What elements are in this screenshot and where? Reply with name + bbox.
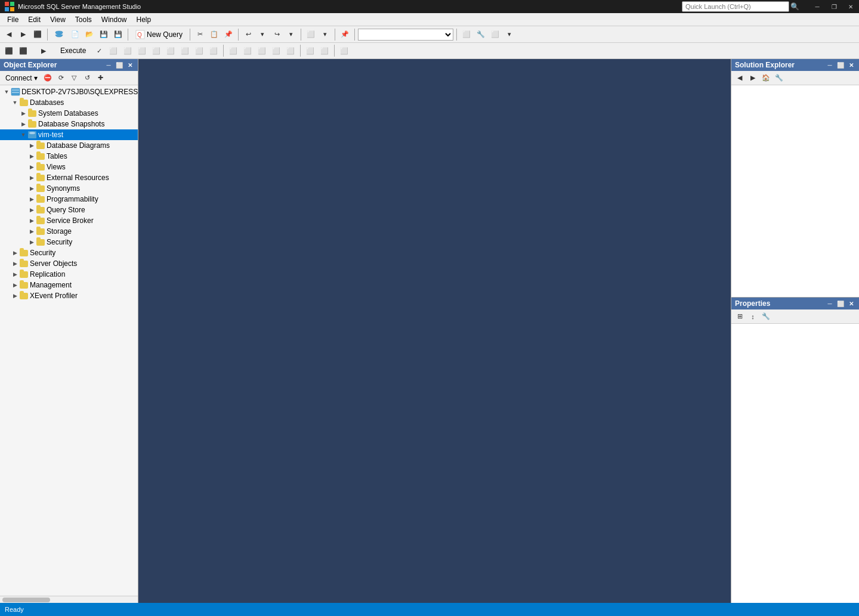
object-explorer-tree[interactable]: ▼ DESKTOP-2V7SJB0\SQLEXPRESS (SQL S ▼ Da… [0, 85, 138, 596]
se-forward-btn[interactable]: ▶ [747, 72, 759, 84]
tables-node[interactable]: ▶ Tables [0, 151, 138, 162]
system-db-expand-icon[interactable]: ▶ [19, 109, 27, 117]
db-diagrams-node[interactable]: ▶ Database Diagrams [0, 140, 138, 151]
db-snapshots-node[interactable]: ▶ Database Snapshots [0, 119, 138, 129]
props-pin-button[interactable]: ─ [826, 299, 834, 308]
open-file-btn[interactable]: 📂 [83, 28, 96, 41]
copy-btn[interactable]: 📋 [208, 28, 221, 41]
db-diagrams-expand-icon[interactable]: ▶ [27, 141, 36, 150]
tb2-btn7[interactable]: ⬜ [121, 44, 134, 57]
template-drop-btn[interactable]: ▾ [503, 28, 516, 41]
new-query-button[interactable]: Q New Query [131, 28, 187, 41]
cut-btn[interactable]: ✂ [193, 28, 206, 41]
redo-drop-btn[interactable]: ▾ [285, 28, 298, 41]
prog-expand-icon[interactable]: ▶ [27, 195, 36, 203]
se-back-btn[interactable]: ◀ [734, 72, 746, 84]
oe-new-btn[interactable]: ✚ [94, 72, 106, 84]
undo-drop-btn[interactable]: ▾ [256, 28, 269, 41]
db-snapshots-expand-icon[interactable]: ▶ [19, 120, 27, 128]
tb2-btn6[interactable]: ⬜ [107, 44, 120, 57]
tables-expand-icon[interactable]: ▶ [27, 152, 36, 160]
xevent-profiler-node[interactable]: ▶ XEvent Profiler [0, 290, 138, 301]
databases-expand-icon[interactable]: ▼ [11, 98, 19, 107]
connect-button[interactable]: Connect ▾ [2, 72, 41, 84]
query-store-node[interactable]: ▶ Query Store [0, 205, 138, 215]
stop-button[interactable]: ⬛ [31, 28, 44, 41]
props-sort-btn[interactable]: ↕ [747, 311, 759, 323]
tb2-btn3[interactable]: ▶ [37, 44, 50, 57]
props-wrench-btn[interactable]: 🔧 [760, 311, 772, 323]
db-dropdown-btn[interactable] [51, 28, 67, 41]
undo-btn[interactable]: ↩ [242, 28, 255, 41]
oe-filter-btn[interactable]: ▽ [68, 72, 80, 84]
tb2-btn8[interactable]: ⬜ [135, 44, 149, 57]
replication-node[interactable]: ▶ Replication [0, 269, 138, 280]
quick-launch-input[interactable] [682, 1, 789, 12]
security-db-node[interactable]: ▶ Security [0, 237, 138, 247]
system-databases-node[interactable]: ▶ System Databases [0, 108, 138, 119]
tb2-btn18[interactable]: ⬜ [284, 44, 297, 57]
back-button[interactable]: ◀ [2, 28, 16, 41]
object-browser-btn[interactable]: ⬜ [460, 28, 473, 41]
menu-help[interactable]: Help [132, 14, 156, 25]
props-dock-button[interactable]: ⬜ [836, 299, 845, 308]
tb2-btn11[interactable]: ⬜ [178, 44, 191, 57]
tb2-btn9[interactable]: ⬜ [150, 44, 163, 57]
tb2-btn20[interactable]: ⬜ [318, 44, 331, 57]
debug-btn[interactable]: ⬜ [304, 28, 317, 41]
tb2-btn5[interactable]: ✓ [92, 44, 106, 57]
redo-btn[interactable]: ↪ [270, 28, 283, 41]
props-close-button[interactable]: ✕ [847, 299, 855, 308]
views-expand-icon[interactable]: ▶ [27, 163, 36, 171]
mgmt-expand-icon[interactable]: ▶ [11, 281, 19, 289]
programmability-node[interactable]: ▶ Programmability [0, 194, 138, 205]
properties-btn[interactable]: 🔧 [474, 28, 487, 41]
menu-edit[interactable]: Edit [23, 14, 45, 25]
sb-expand-icon[interactable]: ▶ [27, 216, 36, 225]
tb2-btn21[interactable]: ⬜ [338, 44, 351, 57]
security-node[interactable]: ▶ Security [0, 247, 138, 258]
views-node[interactable]: ▶ Views [0, 162, 138, 172]
database-selector[interactable] [358, 29, 453, 41]
tb2-btn12[interactable]: ⬜ [193, 44, 206, 57]
tb2-btn10[interactable]: ⬜ [164, 44, 177, 57]
oe-pin-button[interactable]: ─ [104, 61, 113, 69]
storage-node[interactable]: ▶ Storage [0, 226, 138, 237]
server-objects-node[interactable]: ▶ Server Objects [0, 258, 138, 269]
tb2-btn17[interactable]: ⬜ [270, 44, 283, 57]
menu-tools[interactable]: Tools [70, 14, 97, 25]
execute-button[interactable]: Execute [55, 44, 91, 57]
tb2-btn1[interactable]: ⬛ [2, 44, 16, 57]
tb2-btn16[interactable]: ⬜ [255, 44, 268, 57]
menu-view[interactable]: View [45, 14, 70, 25]
tb2-btn15[interactable]: ⬜ [241, 44, 254, 57]
minimize-button[interactable]: ─ [809, 0, 826, 13]
external-resources-node[interactable]: ▶ External Resources [0, 172, 138, 183]
se-home-btn[interactable]: 🏠 [760, 72, 772, 84]
menu-window[interactable]: Window [97, 14, 132, 25]
paste-btn[interactable]: 📌 [222, 28, 235, 41]
xep-expand-icon[interactable]: ▶ [11, 292, 19, 300]
tb2-btn19[interactable]: ⬜ [304, 44, 317, 57]
server-node[interactable]: ▼ DESKTOP-2V7SJB0\SQLEXPRESS (SQL S [0, 86, 138, 97]
management-node[interactable]: ▶ Management [0, 280, 138, 290]
props-grid-btn[interactable]: ⊞ [734, 311, 746, 323]
vim-test-expand-icon[interactable]: ▼ [19, 131, 27, 139]
storage-expand-icon[interactable]: ▶ [27, 227, 36, 236]
debug-drop-btn[interactable]: ▾ [319, 28, 332, 41]
se-dock-button[interactable]: ⬜ [836, 61, 845, 69]
se-pin-button[interactable]: ─ [826, 61, 834, 69]
menu-file[interactable]: File [2, 14, 23, 25]
security-db-expand-icon[interactable]: ▶ [27, 238, 36, 246]
ext-res-expand-icon[interactable]: ▶ [27, 174, 36, 182]
oe-scrollbar[interactable] [0, 596, 138, 603]
vim-test-node[interactable]: ▼ vim-test [0, 129, 138, 140]
oe-dock-button[interactable]: ⬜ [115, 61, 123, 69]
save-btn[interactable]: 💾 [97, 28, 110, 41]
forward-button[interactable]: ▶ [17, 28, 30, 41]
oe-close-button[interactable]: ✕ [126, 61, 134, 69]
service-broker-node[interactable]: ▶ Service Broker [0, 215, 138, 226]
synonyms-expand-icon[interactable]: ▶ [27, 184, 36, 193]
so-expand-icon[interactable]: ▶ [11, 259, 19, 268]
oe-refresh-all-btn[interactable]: ⟳ [55, 72, 67, 84]
